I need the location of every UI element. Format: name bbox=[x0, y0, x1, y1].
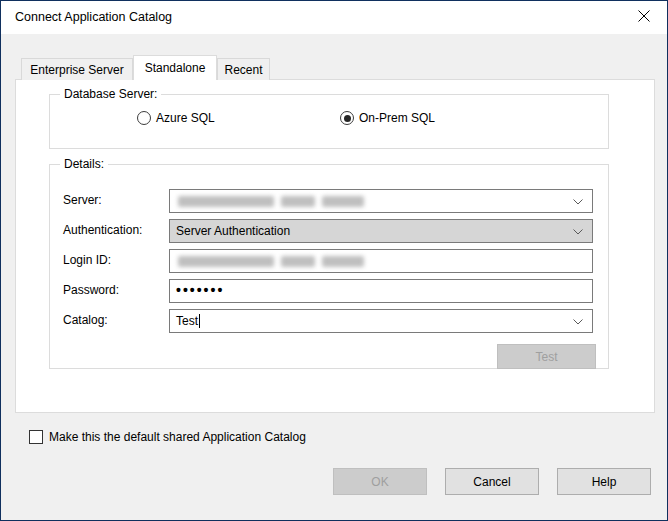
close-button[interactable] bbox=[627, 1, 661, 33]
default-catalog-checkbox-label: Make this the default shared Application… bbox=[49, 430, 306, 444]
password-input[interactable]: ••••••• bbox=[169, 279, 593, 303]
redacted-server-value bbox=[178, 196, 364, 208]
checkbox-unchecked-icon[interactable] bbox=[29, 430, 43, 444]
help-button[interactable]: Help bbox=[557, 468, 651, 495]
tab-label: Recent bbox=[224, 63, 262, 77]
database-server-group: Database Server: Azure SQL On-Prem SQL bbox=[49, 94, 609, 149]
default-catalog-checkbox-row[interactable]: Make this the default shared Application… bbox=[29, 430, 306, 444]
window-title: Connect Application Catalog bbox=[15, 10, 172, 24]
radio-label: On-Prem SQL bbox=[359, 111, 435, 125]
chevron-down-icon[interactable] bbox=[573, 199, 583, 205]
server-label: Server: bbox=[63, 193, 102, 207]
catalog-combobox[interactable]: Test bbox=[169, 309, 593, 333]
tab-enterprise-server[interactable]: Enterprise Server bbox=[21, 58, 133, 80]
tab-label: Standalone bbox=[145, 61, 206, 75]
title-bar: Connect Application Catalog bbox=[1, 1, 667, 34]
details-group-label: Details: bbox=[60, 157, 108, 171]
server-combobox[interactable] bbox=[169, 189, 593, 213]
radio-on-prem-sql[interactable]: On-Prem SQL bbox=[340, 111, 435, 125]
test-button[interactable]: Test bbox=[497, 344, 596, 369]
catalog-value: Test bbox=[176, 314, 198, 328]
tab-recent[interactable]: Recent bbox=[217, 58, 270, 80]
catalog-label: Catalog: bbox=[63, 313, 108, 327]
tab-label: Enterprise Server bbox=[30, 63, 123, 77]
radio-checked-icon bbox=[340, 111, 354, 125]
chevron-down-icon[interactable] bbox=[573, 229, 583, 235]
password-masked-value: ••••••• bbox=[176, 282, 224, 298]
test-button-label: Test bbox=[535, 350, 557, 364]
radio-label: Azure SQL bbox=[156, 111, 215, 125]
login-id-label: Login ID: bbox=[63, 253, 111, 267]
database-server-group-label: Database Server: bbox=[60, 87, 161, 101]
redacted-login-id-value bbox=[178, 256, 364, 268]
connect-application-catalog-dialog: Connect Application Catalog Enterprise S… bbox=[0, 0, 668, 521]
radio-azure-sql[interactable]: Azure SQL bbox=[137, 111, 215, 125]
ok-button-label: OK bbox=[371, 475, 388, 489]
close-icon bbox=[637, 9, 651, 26]
radio-unchecked-icon bbox=[137, 111, 151, 125]
help-button-label: Help bbox=[592, 475, 617, 489]
password-label: Password: bbox=[63, 283, 119, 297]
authentication-dropdown[interactable]: Server Authentication bbox=[169, 219, 593, 243]
database-server-options: Azure SQL On-Prem SQL bbox=[50, 111, 608, 131]
chevron-down-icon[interactable] bbox=[573, 319, 583, 325]
tab-standalone[interactable]: Standalone bbox=[133, 55, 217, 80]
authentication-value: Server Authentication bbox=[176, 224, 290, 238]
authentication-label: Authentication: bbox=[63, 223, 142, 237]
text-caret bbox=[199, 314, 200, 328]
cancel-button[interactable]: Cancel bbox=[445, 468, 539, 495]
login-id-input[interactable] bbox=[169, 249, 593, 273]
cancel-button-label: Cancel bbox=[473, 475, 510, 489]
ok-button[interactable]: OK bbox=[333, 468, 427, 495]
